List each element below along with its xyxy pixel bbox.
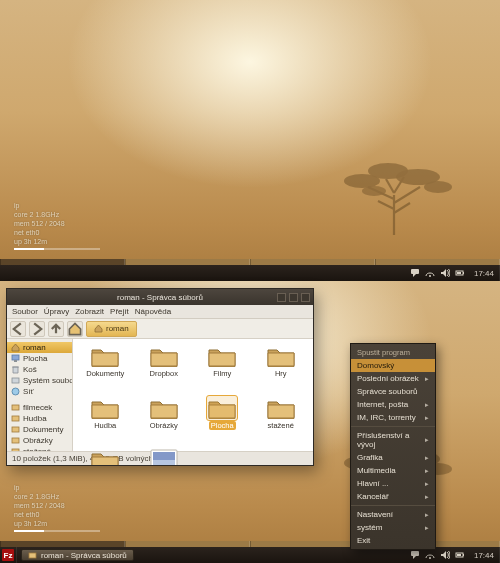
window-title: roman - Správca súborů <box>117 293 203 302</box>
network-icon[interactable] <box>425 550 435 560</box>
places-sidebar[interactable]: romanPlochaKošSystém souborůSíťfilmecekH… <box>7 339 73 451</box>
menu-soubor[interactable]: Soubor <box>12 307 38 316</box>
path-crumb[interactable]: roman <box>86 321 137 337</box>
sidebar-item[interactable]: filmecek <box>7 402 72 413</box>
system-tray <box>406 268 469 278</box>
status-text: 10 položek (1,3 MiB), 403,9 GB volných <box>12 454 153 463</box>
window-minimize-button[interactable] <box>277 293 286 302</box>
volume-icon[interactable] <box>440 268 450 278</box>
icon-view[interactable]: DokumentyDropboxFilmyHryHudbaObrázkyPloc… <box>73 339 313 451</box>
desktop-top: ipcore 2 1.8GHzmem 512 / 2048net eth0up … <box>0 0 500 281</box>
file-item[interactable]: Dokumenty <box>77 345 134 395</box>
file-item[interactable]: Plocha <box>194 397 251 447</box>
nav-home-button[interactable] <box>67 321 83 337</box>
desktop-widget: ipcore 2 1.8GHzmem 512 / 2048net eth0up … <box>14 483 100 533</box>
file-item[interactable]: Hry <box>253 345 310 395</box>
sidebar-item[interactable]: Plocha <box>7 353 72 364</box>
battery-icon[interactable] <box>455 268 465 278</box>
sidebar-item[interactable]: Dokumenty <box>7 424 72 435</box>
sidebar-item[interactable]: Koš <box>7 364 72 375</box>
context-menu-item[interactable]: Multimedia▸ <box>351 464 435 477</box>
context-menu-item[interactable]: IM, IRC, torrenty▸ <box>351 411 435 424</box>
sidebar-item[interactable]: Systém souborů <box>7 375 72 386</box>
filezilla-launcher[interactable]: Fz <box>2 549 14 561</box>
chat-icon[interactable] <box>410 268 420 278</box>
context-menu-item[interactable]: Příslušenství a vývoj▸ <box>351 429 435 451</box>
file-item[interactable]: stažené <box>253 397 310 447</box>
context-menu-item[interactable]: systém▸ <box>351 521 435 534</box>
context-menu-item[interactable]: Správce souborů <box>351 385 435 398</box>
toolbar: roman <box>7 319 313 339</box>
context-menu-item[interactable]: Exit <box>351 534 435 547</box>
desktop-context-menu[interactable]: Spustit programDomovskýPoslední obrázek▸… <box>350 343 436 550</box>
clock[interactable]: 17:44 <box>469 265 500 281</box>
file-item[interactable]: Hudba <box>77 397 134 447</box>
nav-forward-button[interactable] <box>29 321 45 337</box>
file-item[interactable]: Dropbox <box>136 345 193 395</box>
task-label: roman - Správca súborů <box>41 551 127 560</box>
sidebar-item[interactable]: Obrázky <box>7 435 72 446</box>
nav-back-button[interactable] <box>10 321 26 337</box>
network-icon[interactable] <box>425 268 435 278</box>
taskbar-window-button[interactable]: roman - Správca súborů <box>21 549 134 561</box>
context-menu-item[interactable]: Hlavní ...▸ <box>351 477 435 490</box>
desktop-widget: ipcore 2 1.8GHzmem 512 / 2048net eth0up … <box>14 201 100 251</box>
sidebar-item[interactable]: Hudba <box>7 413 72 424</box>
file-item[interactable]: Filmy <box>194 345 251 395</box>
file-item[interactable]: Obrázky <box>136 397 193 447</box>
context-menu-item[interactable]: Poslední obrázek▸ <box>351 372 435 385</box>
menubar[interactable]: SouborÚpravyZobrazitPřejítNápověda <box>7 305 313 319</box>
clock[interactable]: 17:44 <box>469 547 500 563</box>
battery-icon[interactable] <box>455 550 465 560</box>
volume-icon[interactable] <box>440 550 450 560</box>
context-menu-item[interactable]: Nastavení▸ <box>351 508 435 521</box>
sidebar-item[interactable]: Síť <box>7 386 72 397</box>
system-tray <box>406 550 469 560</box>
context-menu-item[interactable]: Internet, pošta▸ <box>351 398 435 411</box>
window-close-button[interactable] <box>301 293 310 302</box>
window-titlebar[interactable]: roman - Správca súborů <box>7 289 313 305</box>
context-menu-item[interactable]: Domovský <box>351 359 435 372</box>
menu-úpravy[interactable]: Úpravy <box>44 307 69 316</box>
panel-top[interactable]: 17:44 <box>0 265 500 281</box>
nav-up-button[interactable] <box>48 321 64 337</box>
menu-zobrazit[interactable]: Zobrazit <box>75 307 104 316</box>
file-manager-window[interactable]: roman - Správca súborů SouborÚpravyZobra… <box>6 288 314 466</box>
window-maximize-button[interactable] <box>289 293 298 302</box>
wallpaper-tree <box>334 157 464 235</box>
chat-icon[interactable] <box>410 550 420 560</box>
sidebar-item[interactable]: roman <box>7 342 72 353</box>
context-menu-header: Spustit program <box>351 346 435 359</box>
path-label: roman <box>106 324 129 333</box>
context-menu-item[interactable]: Grafika▸ <box>351 451 435 464</box>
menu-nápověda[interactable]: Nápověda <box>135 307 171 316</box>
context-menu-item[interactable]: Kancelář▸ <box>351 490 435 503</box>
menu-přejít[interactable]: Přejít <box>110 307 129 316</box>
